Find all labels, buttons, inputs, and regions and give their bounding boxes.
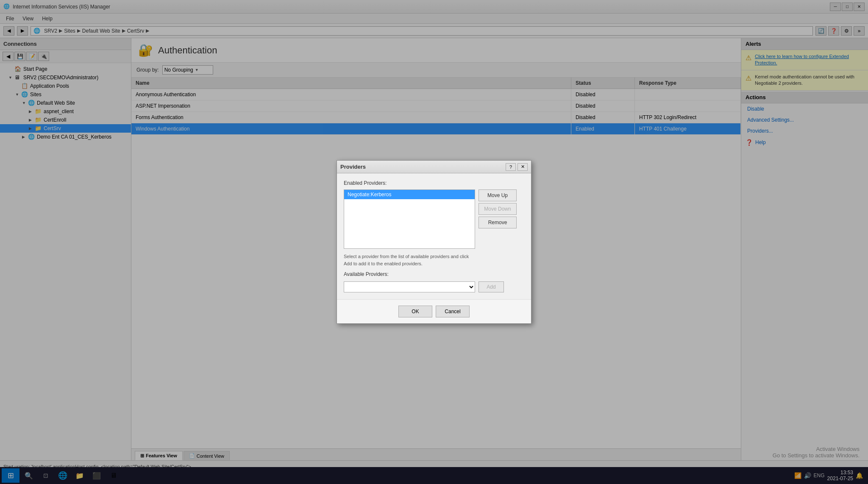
modal-titlebar: Providers ? ✕: [337, 161, 531, 173]
modal-overlay: Providers ? ✕ Enabled Providers: Negotia…: [0, 0, 868, 484]
add-button[interactable]: Add: [479, 281, 504, 292]
providers-dialog: Providers ? ✕ Enabled Providers: Negotia…: [337, 160, 531, 324]
modal-controls: ? ✕: [506, 163, 528, 171]
modal-close-button[interactable]: ✕: [517, 163, 528, 171]
available-providers-label: Available Providers:: [344, 271, 524, 277]
available-providers-select[interactable]: [344, 281, 475, 292]
available-providers-row: Add: [344, 281, 524, 292]
enabled-providers-label: Enabled Providers:: [344, 180, 524, 186]
move-up-button[interactable]: Move Up: [479, 189, 517, 201]
providers-list[interactable]: Negotiate:Kerberos: [344, 189, 475, 249]
modal-hint: Select a provider from the list of avail…: [344, 253, 475, 267]
provider-item-negotiate-kerberos[interactable]: Negotiate:Kerberos: [344, 190, 475, 199]
modal-footer: OK Cancel: [337, 299, 531, 323]
modal-help-button[interactable]: ?: [506, 163, 516, 171]
modal-content: Enabled Providers: Negotiate:Kerberos Mo…: [337, 173, 531, 299]
modal-title: Providers: [340, 164, 366, 170]
cancel-button[interactable]: Cancel: [436, 306, 470, 317]
remove-button[interactable]: Remove: [479, 217, 517, 228]
move-down-button[interactable]: Move Down: [479, 203, 517, 215]
ok-button[interactable]: OK: [398, 306, 432, 317]
providers-row: Negotiate:Kerberos Move Up Move Down Rem…: [344, 189, 524, 249]
modal-side-buttons: Move Up Move Down Remove: [479, 189, 517, 228]
